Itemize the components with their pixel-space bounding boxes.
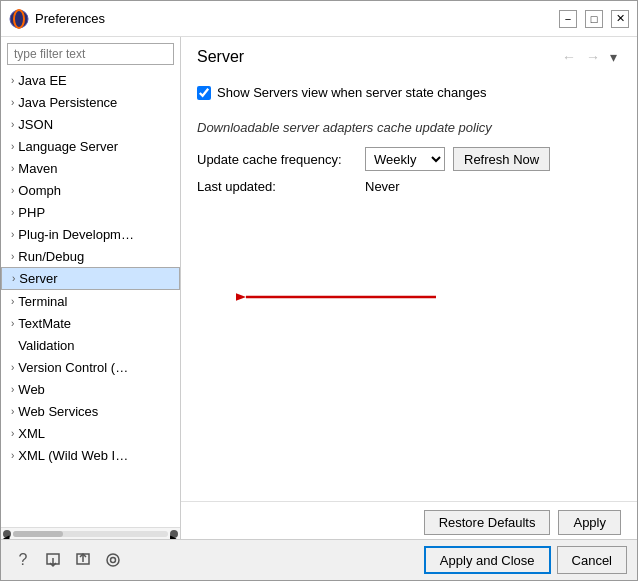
titlebar-left: Preferences [9,9,105,29]
sidebar-item-terminal[interactable]: › Terminal [1,290,180,312]
scroll-right-icon[interactable]: ▸ [170,530,178,538]
sidebar-item-textmate[interactable]: › TextMate [1,312,180,334]
minimize-button[interactable]: − [559,10,577,28]
sidebar-item-java-persistence[interactable]: › Java Persistence [1,91,180,113]
chevron-right-icon: › [11,318,14,329]
scroll-thumb[interactable] [13,531,63,537]
window-title: Preferences [35,11,105,26]
show-servers-checkbox[interactable] [197,86,211,100]
chevron-right-icon: › [11,229,14,240]
chevron-right-icon: › [11,362,14,373]
svg-point-9 [111,558,116,563]
chevron-right-icon: › [11,450,14,461]
update-cache-dropdown[interactable]: Weekly Daily Never Always [365,147,445,171]
close-button[interactable]: ✕ [611,10,629,28]
sidebar-item-php[interactable]: › PHP [1,201,180,223]
content-area: Server ← → ▾ Show Servers view when serv… [181,37,637,539]
import-icon[interactable] [71,548,95,572]
chevron-right-icon: › [11,251,14,262]
nav-arrows: ← → ▾ [558,47,621,67]
sidebar-item-web-services[interactable]: › Web Services [1,400,180,422]
bottom-bar: ? Apply and Close Cancel [1,539,637,580]
sidebar-item-language-server[interactable]: › Language Server [1,135,180,157]
back-button[interactable]: ← [558,47,580,67]
apply-and-close-button[interactable]: Apply and Close [424,546,551,574]
refresh-now-button[interactable]: Refresh Now [453,147,550,171]
sidebar-item-run-debug[interactable]: › Run/Debug [1,245,180,267]
chevron-right-icon: › [11,384,14,395]
chevron-right-icon: › [11,185,14,196]
update-cache-label: Update cache frequency: [197,152,357,167]
export-icon[interactable] [41,548,65,572]
svg-point-8 [107,554,119,566]
bottom-left: ? [11,548,125,572]
content-body: Show Servers view when server state chan… [181,73,637,501]
cancel-button[interactable]: Cancel [557,546,627,574]
svg-point-0 [10,10,28,28]
last-updated-label: Last updated: [197,179,357,194]
scroll-track [13,531,168,537]
sidebar-item-oomph[interactable]: › Oomph [1,179,180,201]
update-cache-row: Update cache frequency: Weekly Daily Nev… [197,147,621,171]
preferences-window: Preferences − □ ✕ › Java EE › Java Persi… [0,0,638,581]
chevron-right-icon: › [11,97,14,108]
restore-defaults-button[interactable]: Restore Defaults [424,510,551,535]
content-header: Server ← → ▾ [181,37,637,73]
chevron-right-icon: › [11,428,14,439]
content-title: Server [197,48,244,66]
sidebar-list: › Java EE › Java Persistence › JSON › La… [1,69,180,527]
sidebar-item-validation[interactable]: › Validation [1,334,180,356]
sidebar-item-xml[interactable]: › XML [1,422,180,444]
sidebar-item-maven[interactable]: › Maven [1,157,180,179]
bottom-right: Apply and Close Cancel [424,546,627,574]
apply-button[interactable]: Apply [558,510,621,535]
last-updated-value: Never [365,179,400,194]
sidebar-item-java-ee[interactable]: › Java EE [1,69,180,91]
chevron-right-icon: › [11,163,14,174]
scroll-left-icon[interactable]: ◂ [3,530,11,538]
sidebar-item-version-control[interactable]: › Version Control (… [1,356,180,378]
sidebar: › Java EE › Java Persistence › JSON › La… [1,37,181,539]
action-bar: Restore Defaults Apply [181,501,637,539]
sidebar-item-web[interactable]: › Web [1,378,180,400]
chevron-right-icon: › [12,273,15,284]
sidebar-item-json[interactable]: › JSON [1,113,180,135]
chevron-right-icon: › [11,406,14,417]
settings-icon[interactable] [101,548,125,572]
chevron-right-icon: › [11,119,14,130]
chevron-right-icon: › [11,207,14,218]
filter-input[interactable] [7,43,174,65]
horizontal-scrollbar[interactable]: ◂ ▸ [1,527,180,539]
show-servers-label[interactable]: Show Servers view when server state chan… [217,85,487,100]
chevron-right-icon: › [11,75,14,86]
chevron-right-icon: › [11,141,14,152]
titlebar: Preferences − □ ✕ [1,1,637,37]
forward-button[interactable]: → [582,47,604,67]
maximize-button[interactable]: □ [585,10,603,28]
chevron-right-icon: › [11,296,14,307]
main-area: › Java EE › Java Persistence › JSON › La… [1,37,637,539]
sidebar-item-server[interactable]: › Server [1,267,180,290]
show-servers-row: Show Servers view when server state chan… [197,85,621,100]
help-icon[interactable]: ? [11,548,35,572]
sidebar-item-plug-in-development[interactable]: › Plug-in Developm… [1,223,180,245]
eclipse-icon [9,9,29,29]
titlebar-controls: − □ ✕ [559,10,629,28]
section-title: Downloadable server adapters cache updat… [197,120,621,135]
sidebar-item-xml-wild[interactable]: › XML (Wild Web I… [1,444,180,466]
dropdown-arrow-button[interactable]: ▾ [606,47,621,67]
last-updated-row: Last updated: Never [197,179,621,194]
